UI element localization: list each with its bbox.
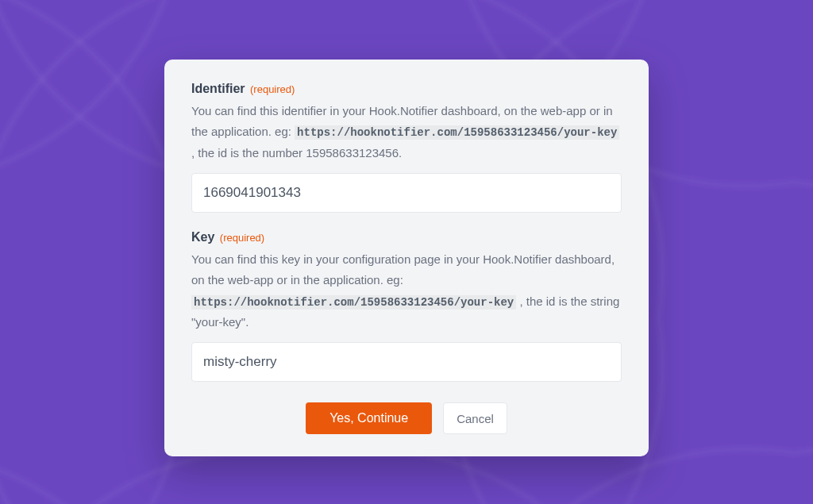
key-help-pre: You can find this key in your configurat…: [191, 252, 615, 287]
key-input[interactable]: [191, 342, 622, 382]
identifier-label-row: Identifier (required): [191, 82, 622, 96]
cancel-button[interactable]: Cancel: [443, 402, 507, 434]
identifier-input[interactable]: [191, 173, 622, 213]
identifier-required-badge: (required): [250, 83, 295, 95]
key-label: Key: [191, 230, 214, 244]
button-row: Yes, Continue Cancel: [191, 402, 622, 434]
identifier-help-post: , the id is the number 15958633123456.: [191, 146, 402, 160]
identifier-help-code: https://hooknotifier.com/15958633123456/…: [295, 125, 619, 140]
key-help-code: https://hooknotifier.com/15958633123456/…: [191, 295, 516, 310]
key-help-text: You can find this key in your configurat…: [191, 249, 622, 333]
key-field-group: Key (required) You can find this key in …: [191, 230, 622, 382]
continue-button[interactable]: Yes, Continue: [306, 402, 432, 434]
key-label-row: Key (required): [191, 230, 622, 244]
auth-form-card: Identifier (required) You can find this …: [164, 60, 649, 456]
key-required-badge: (required): [220, 232, 264, 244]
identifier-help-text: You can find this identifier in your Hoo…: [191, 101, 622, 164]
identifier-label: Identifier: [191, 82, 245, 95]
identifier-field-group: Identifier (required) You can find this …: [191, 82, 622, 213]
